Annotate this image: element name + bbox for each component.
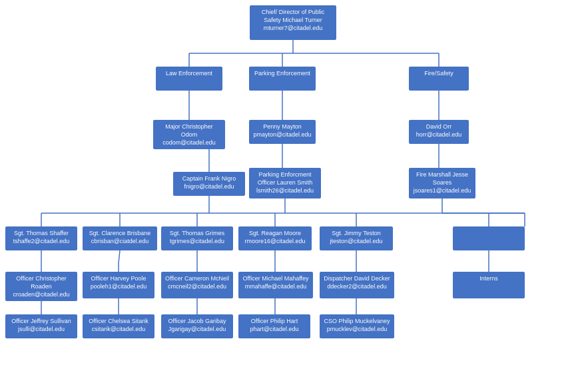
node-parking_officer: Parking Enforcment Officer Lauren Smith …: [249, 168, 321, 198]
node-sullivan: Officer Jeffrey Sullivan jsulli@citadel.…: [5, 314, 77, 338]
node-shaffer: Sgt. Thomas Shaffer tshaffe2@citadel.edu: [5, 226, 77, 250]
node-roaden: Officer Christopher Roaden croaden@citad…: [5, 272, 77, 301]
node-nigro: Captain Frank Nigro fnigro@citadel.edu: [173, 172, 245, 196]
node-fire: Fire/Safety: [409, 67, 469, 91]
node-orr: David Orr horr@citadel.edu: [409, 120, 469, 144]
node-law: Law Enforcement: [156, 67, 222, 91]
node-mcneil: Officer Cameron McNeil cmcneil2@citadel.…: [161, 272, 233, 298]
node-moore: Sgt. Reagan Moore rmoore16@citadel.edu: [238, 226, 312, 250]
node-sitarik: Officer Chelsea Sitarik csitarik@citadel…: [83, 314, 154, 338]
node-teston: Sgt. Jimmy Teston jteston@citadel.edu: [320, 226, 393, 250]
node-parking: Parking Enforcement: [249, 67, 316, 91]
node-fire_marshall: Fire Marshall Jesse Soares jsoares1@cita…: [409, 168, 475, 198]
node-brisbane: Sgt. Clarence Brisbane cbrisban@ciatdel.…: [83, 226, 157, 250]
node-muckelvaney: CSO Philip Muckelvaney pmucklev@citadel.…: [320, 314, 394, 338]
node-mayton: Penny Mayton pmayton@citadel.edu: [249, 120, 316, 144]
node-decker: Dispatcher David Decker ddecker2@citadel…: [320, 272, 394, 298]
node-garibay: Officer Jacob Garibay Jgarigay@citadel.e…: [161, 314, 233, 338]
node-mahaffey: Officer Michael Mahaffey mmahaffe@citade…: [238, 272, 313, 298]
node-chief: Chief/ Director of Public Safety Michael…: [250, 5, 336, 40]
node-hart: Officer Philip Hart phart@citadel.edu: [238, 314, 310, 338]
node-odom: Major Christopher Odom codom@citadel.edu: [153, 120, 225, 149]
node-interns: Interns: [453, 272, 525, 298]
node-grimes: Sgt. Thomas Grimes tgrimes@citadel.edu: [161, 226, 233, 250]
node-poole: Officer Harvey Poole pooleh1@citadel.edu: [83, 272, 154, 298]
svg-line-24: [119, 250, 120, 263]
node-blank: [453, 226, 525, 250]
org-chart: Chief/ Director of Public Safety Michael…: [0, 0, 588, 13]
